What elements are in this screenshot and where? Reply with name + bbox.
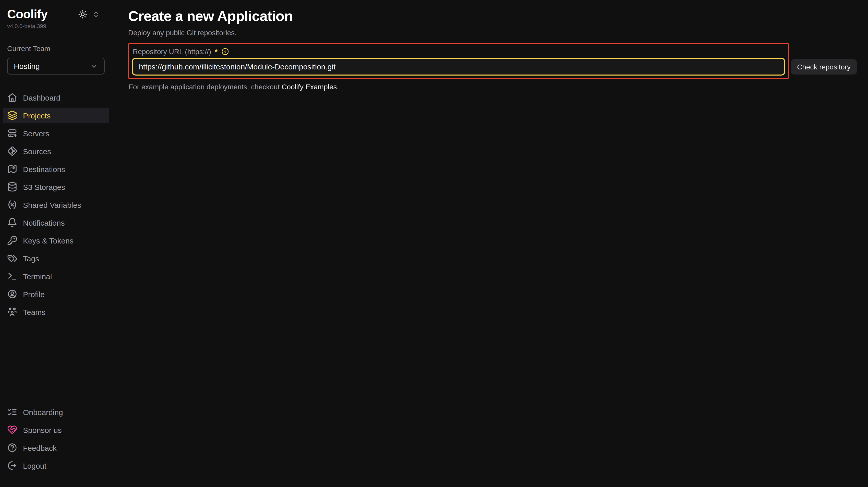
- sidebar-item-label: Sponsor us: [23, 426, 62, 434]
- tags-icon: [7, 253, 18, 263]
- repository-label-row: Repository URL (https://) *: [132, 47, 785, 56]
- app-window: Coolify v4.0.0-beta.399 Current Team Hos…: [0, 0, 868, 487]
- database-icon: [7, 182, 18, 192]
- sidebar-item-label: S3 Storages: [23, 183, 65, 191]
- helper-suffix: .: [337, 83, 339, 91]
- sidebar-item-tags[interactable]: Tags: [3, 251, 109, 266]
- map-icon: [7, 164, 18, 174]
- sidebar-item-notifications[interactable]: Notifications: [3, 215, 109, 230]
- list-checks-icon: [7, 407, 18, 417]
- check-repository-button[interactable]: Check repository: [791, 59, 857, 74]
- page-subtitle: Deploy any public Git repositories.: [128, 29, 858, 37]
- sidebar-item-keys-tokens[interactable]: Keys & Tokens: [3, 233, 109, 248]
- home-icon: [7, 92, 18, 103]
- helper-text: For example application deployments, che…: [128, 82, 858, 91]
- sidebar-item-label: Servers: [23, 129, 49, 137]
- sidebar-item-label: Onboarding: [23, 408, 63, 416]
- current-team-label: Current Team: [7, 44, 112, 53]
- sidebar-item-dashboard[interactable]: Dashboard: [3, 90, 109, 105]
- logo-icons: [78, 10, 99, 19]
- app-logo: Coolify: [7, 7, 48, 22]
- sidebar-item-teams[interactable]: Teams: [3, 304, 109, 320]
- helper-prefix: For example application deployments, che…: [129, 83, 282, 91]
- sidebar-item-projects[interactable]: Projects: [3, 108, 109, 123]
- sidebar-item-label: Feedback: [23, 444, 57, 452]
- team-select-value: Hosting: [14, 62, 40, 70]
- sidebar-item-sponsor-us[interactable]: Sponsor us: [3, 422, 109, 437]
- sidebar-item-terminal[interactable]: Terminal: [3, 268, 109, 284]
- help-circle-icon: [7, 443, 18, 453]
- variable-icon: [7, 200, 18, 210]
- chevron-down-icon: [90, 62, 98, 70]
- sidebar-item-label: Shared Variables: [23, 201, 81, 208]
- sidebar-item-label: Notifications: [23, 219, 65, 226]
- repository-field-highlight-box: Repository URL (https://) *: [128, 43, 789, 79]
- sidebar-item-sources[interactable]: Sources: [3, 143, 109, 159]
- sidebar-item-label: Teams: [23, 308, 45, 316]
- required-asterisk: *: [215, 47, 218, 56]
- sidebar: Coolify v4.0.0-beta.399 Current Team Hos…: [0, 0, 112, 487]
- sidebar-item-label: Keys & Tokens: [23, 237, 73, 244]
- terminal-icon: [7, 271, 18, 281]
- app-version: v4.0.0-beta.399: [7, 23, 112, 29]
- sidebar-item-label: Profile: [23, 290, 45, 298]
- sidebar-item-shared-variables[interactable]: Shared Variables: [3, 197, 109, 213]
- user-circle-icon: [7, 289, 18, 299]
- sidebar-item-label: Destinations: [23, 165, 65, 173]
- repository-url-input[interactable]: [132, 58, 785, 75]
- bell-icon: [7, 218, 18, 228]
- coolify-examples-link[interactable]: Coolify Examples: [282, 83, 337, 91]
- key-icon: [7, 235, 18, 246]
- sidebar-item-label: Tags: [23, 255, 39, 262]
- logout-icon: [7, 460, 18, 470]
- sidebar-item-label: Dashboard: [23, 94, 61, 101]
- team-select[interactable]: Hosting: [7, 58, 105, 74]
- chevrons-up-down-icon[interactable]: [92, 11, 99, 18]
- heart-handshake-icon: [7, 425, 18, 435]
- sidebar-item-servers[interactable]: Servers: [3, 126, 109, 141]
- main-content: Create a new Application Deploy any publ…: [112, 0, 868, 487]
- sidebar-footer-menu: Onboarding Sponsor us Feedback Logout: [0, 404, 112, 487]
- info-icon[interactable]: [221, 47, 229, 56]
- sidebar-item-label: Terminal: [23, 272, 52, 280]
- sidebar-item-label: Projects: [23, 111, 51, 119]
- logo-row: Coolify: [0, 0, 112, 22]
- git-icon: [7, 146, 18, 156]
- sidebar-item-logout[interactable]: Logout: [3, 458, 109, 473]
- sidebar-item-label: Sources: [23, 147, 51, 155]
- sidebar-item-s3-storages[interactable]: S3 Storages: [3, 179, 109, 194]
- repository-form-row: Repository URL (https://) * Check reposi…: [128, 43, 858, 79]
- server-icon: [7, 128, 18, 138]
- page-title: Create a new Application: [128, 8, 858, 25]
- users-icon: [7, 307, 18, 317]
- sidebar-menu: Dashboard Projects Servers Sources: [0, 90, 112, 322]
- sidebar-item-feedback[interactable]: Feedback: [3, 440, 109, 455]
- sidebar-item-onboarding[interactable]: Onboarding: [3, 404, 109, 420]
- sidebar-item-label: Logout: [23, 462, 46, 469]
- sidebar-item-destinations[interactable]: Destinations: [3, 161, 109, 176]
- repository-url-label: Repository URL (https://): [133, 47, 211, 56]
- sidebar-item-profile[interactable]: Profile: [3, 286, 109, 302]
- theme-sun-icon[interactable]: [78, 10, 87, 19]
- layers-icon: [7, 110, 18, 121]
